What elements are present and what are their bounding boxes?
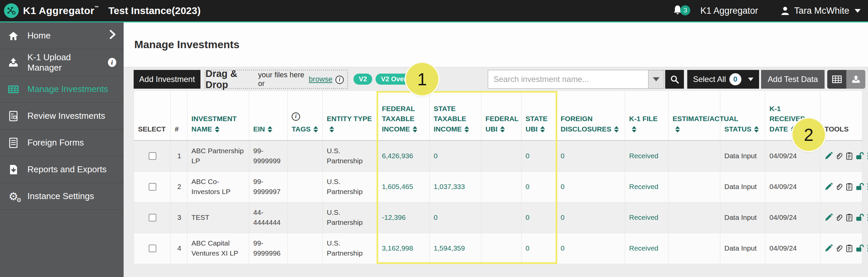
k1-file-link[interactable]: Received	[625, 171, 669, 202]
v2-badge: V2	[353, 74, 372, 85]
state-taxable-income-link[interactable]: 1,594,359	[430, 233, 482, 264]
sidebar-item-instance-settings[interactable]: ⚙⚙ Instance Settings	[0, 183, 124, 210]
attachment-paperclip-icon[interactable]	[835, 152, 843, 160]
search-input[interactable]	[488, 70, 648, 89]
header-ein[interactable]: EIN	[249, 91, 288, 140]
add-investment-button[interactable]: Add Investment	[134, 70, 200, 89]
state-taxable-income-link[interactable]: 1,037,333	[430, 171, 482, 202]
info-icon[interactable]: i	[108, 58, 116, 67]
attachment-paperclip-icon[interactable]	[835, 244, 843, 252]
kebab-menu-icon[interactable]	[867, 214, 868, 221]
clipboard-icon[interactable]	[845, 244, 853, 252]
entity-type-cell: U.S. Partnership	[323, 171, 378, 202]
row-checkbox[interactable]	[149, 183, 156, 191]
k1-file-link[interactable]: Received	[625, 140, 669, 171]
estimate-actual-cell	[669, 233, 720, 264]
attachment-paperclip-icon[interactable]	[835, 183, 843, 191]
estimate-actual-cell	[669, 140, 720, 171]
state-taxable-income-link[interactable]: 0	[430, 140, 482, 171]
row-checkbox[interactable]	[149, 245, 156, 252]
table-row: 3 TEST 44-4444444 U.S. Partnership -12,3…	[134, 202, 862, 233]
sidebar-item-reports-and-exports[interactable]: Reports and Exports	[0, 156, 124, 183]
header-federal-taxable-income[interactable]: FEDERAL TAXABLE INCOME	[378, 91, 430, 140]
upload-view-button[interactable]	[846, 70, 865, 89]
notifications-button[interactable]: 3	[672, 5, 683, 17]
clipboard-icon[interactable]	[845, 152, 853, 160]
header-estimate-actual[interactable]: ESTIMATE/ACTUAL	[669, 91, 720, 140]
header-investment-name[interactable]: INVESTMENT NAME	[187, 91, 249, 140]
federal-ubi-cell[interactable]	[482, 171, 522, 202]
review-document-icon	[7, 110, 20, 122]
foreign-disclosures-link[interactable]: 0	[557, 140, 625, 171]
k1-file-link[interactable]: Received	[625, 202, 669, 233]
federal-taxable-income-link[interactable]: -12,396	[378, 202, 430, 233]
select-cell	[134, 140, 171, 171]
sidebar-item-home[interactable]: Home	[0, 22, 124, 49]
table-view-button[interactable]	[827, 70, 846, 89]
header-k1-file[interactable]: K-1 FILE	[625, 91, 669, 140]
clipboard-icon[interactable]	[845, 183, 853, 191]
edit-pencil-icon[interactable]	[825, 152, 833, 160]
sidebar-item-manage-investments[interactable]: Manage Investments	[0, 76, 124, 103]
k1-file-link[interactable]: Received	[625, 233, 669, 264]
foreign-disclosures-link[interactable]: 0	[557, 233, 625, 264]
status-cell: Data Input	[720, 233, 766, 264]
header-federal-ubi[interactable]: FEDERAL UBI	[482, 91, 522, 140]
edit-pencil-icon[interactable]	[825, 183, 833, 191]
row-checkbox[interactable]	[149, 214, 156, 221]
federal-taxable-income-link[interactable]: 3,162,998	[378, 233, 430, 264]
sidebar-item-k1-upload-manager[interactable]: K-1 Upload Manager i	[0, 49, 124, 76]
search-button[interactable]	[665, 70, 684, 89]
state-ubi-link[interactable]: 0	[522, 140, 557, 171]
document-icon	[7, 137, 20, 149]
brand-logo-icon	[4, 3, 19, 18]
edit-pencil-icon[interactable]	[825, 244, 833, 252]
browse-link[interactable]: browse	[309, 75, 333, 84]
select-all-button[interactable]: Select All 0	[687, 70, 759, 89]
tools-cell	[820, 233, 862, 264]
federal-ubi-cell[interactable]	[482, 140, 522, 171]
chevron-down-icon	[653, 77, 659, 81]
federal-taxable-income-link[interactable]: 6,426,936	[378, 140, 430, 171]
tags-info-icon[interactable]: i	[292, 112, 300, 121]
sidebar-item-label: Review Investments	[27, 111, 105, 121]
unlock-icon[interactable]	[856, 244, 864, 252]
file-dropzone[interactable]: Drag & Drop your files here or browse i	[205, 70, 348, 89]
federal-ubi-cell[interactable]	[482, 233, 522, 264]
edit-pencil-icon[interactable]	[825, 214, 833, 221]
sidebar-item-label: K-1 Upload Manager	[27, 52, 103, 73]
state-ubi-link[interactable]: 0	[522, 171, 557, 202]
header-state-ubi[interactable]: STATE UBI	[522, 91, 557, 140]
federal-taxable-income-link[interactable]: 1,605,465	[378, 171, 430, 202]
header-state-taxable-income[interactable]: STATE TAXABLE INCOME	[430, 91, 482, 140]
table-row: 4 ABC Capital Ventures XI LP 99-9999996 …	[134, 233, 862, 264]
sidebar-item-foreign-forms[interactable]: Foreign Forms	[0, 130, 124, 156]
header-tags[interactable]: iTAGS	[288, 91, 323, 140]
row-checkbox[interactable]	[149, 152, 156, 160]
attachment-paperclip-icon[interactable]	[835, 214, 843, 221]
unlock-icon[interactable]	[856, 214, 864, 221]
clipboard-icon[interactable]	[845, 214, 853, 221]
header-entity-type[interactable]: ENTITY TYPE	[323, 91, 378, 140]
sidebar-item-label: Reports and Exports	[27, 164, 106, 175]
state-taxable-income-link[interactable]: 0	[430, 202, 482, 233]
header-foreign-disclosures[interactable]: FOREIGN DISCLOSURES	[557, 91, 625, 140]
estimate-actual-cell	[669, 171, 720, 202]
add-test-data-button[interactable]: Add Test Data	[761, 70, 825, 89]
kebab-menu-icon[interactable]	[867, 244, 868, 252]
state-ubi-link[interactable]: 0	[522, 233, 557, 264]
unlock-icon[interactable]	[856, 152, 864, 160]
foreign-disclosures-link[interactable]: 0	[557, 171, 625, 202]
dropzone-info-icon[interactable]: i	[335, 76, 344, 84]
user-menu[interactable]: Tara McWhite	[780, 6, 861, 16]
foreign-disclosures-link[interactable]: 0	[557, 202, 625, 233]
kebab-menu-icon[interactable]	[867, 183, 868, 191]
kebab-menu-icon[interactable]	[867, 152, 868, 160]
search-options-dropdown[interactable]	[648, 70, 664, 89]
unlock-icon[interactable]	[856, 183, 864, 191]
tags-cell	[288, 171, 323, 202]
federal-ubi-cell[interactable]	[482, 202, 522, 233]
sidebar-item-review-investments[interactable]: Review Investments	[0, 103, 124, 130]
sidebar: Home K-1 Upload Manager i Manage Investm…	[0, 22, 124, 277]
state-ubi-link[interactable]: 0	[522, 202, 557, 233]
